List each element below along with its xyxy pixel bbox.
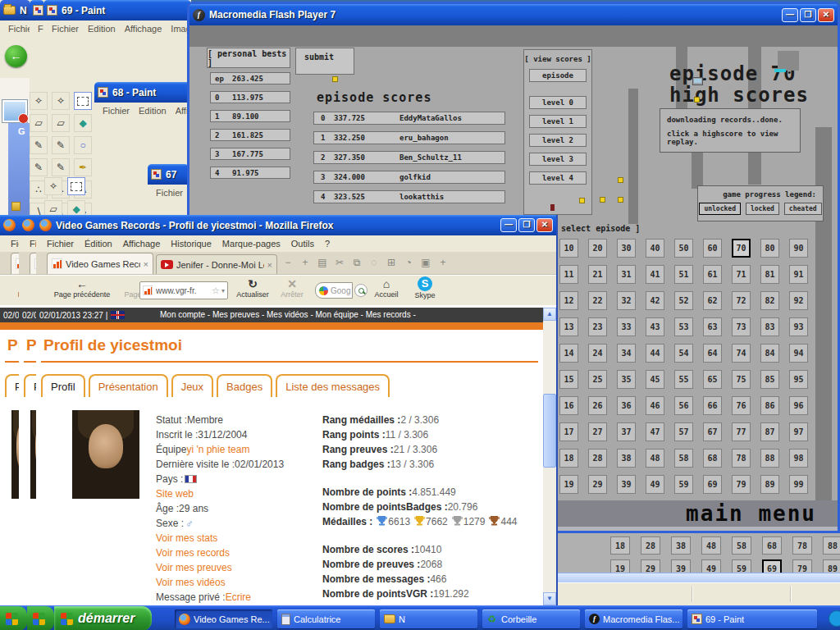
flash-titlebar[interactable]: Macromedia Flash Player 7 — ❐ ✕: [189, 4, 838, 25]
episode-cell-55[interactable]: 55: [674, 370, 693, 389]
toolbar-new-window-icon[interactable]: ⊞: [386, 257, 397, 268]
episode-cell-29[interactable]: 29: [588, 475, 607, 494]
episode-cell-36[interactable]: 36: [617, 396, 636, 415]
toolbar-zoom-out-icon[interactable]: −: [282, 257, 294, 268]
episode-cell-24[interactable]: 24: [588, 344, 607, 363]
toolbar-loading-icon[interactable]: ◌: [368, 257, 380, 268]
episode-cell-39[interactable]: 39: [671, 559, 691, 573]
episode-cell-12[interactable]: 12: [559, 291, 578, 310]
taskbar-button-n[interactable]: N: [380, 609, 477, 628]
episode-cell-79[interactable]: 79: [792, 559, 812, 573]
home-button[interactable]: ⌂Accueil: [368, 277, 405, 304]
episode-cell-11[interactable]: 11: [559, 265, 578, 284]
episode-cell-99[interactable]: 99: [789, 475, 808, 494]
profile-tab-badges[interactable]: Badges: [217, 374, 272, 397]
browser-tab-active[interactable]: Video Games Records - Profi...×: [47, 253, 153, 274]
episode-cell-49[interactable]: 49: [701, 559, 721, 573]
task-pane-icon[interactable]: [11, 202, 21, 211]
episode-cell-98[interactable]: 98: [789, 449, 808, 468]
episode-cell-69[interactable]: 69: [762, 559, 782, 573]
page-top-nav[interactable]: Mon compte - Mes preuves - Mes vidéos - …: [160, 308, 535, 322]
menu-item-affichage[interactable]: Affichage: [125, 21, 162, 37]
episode-cell-88[interactable]: 88: [760, 449, 779, 468]
episode-cell-37[interactable]: 37: [617, 422, 636, 441]
menu-outils[interactable]: Outils: [291, 235, 314, 252]
episode-cell-71[interactable]: 71: [732, 265, 751, 284]
episode-cell-47[interactable]: 47: [646, 422, 664, 441]
back-button[interactable]: ←Page précédente: [24, 277, 36, 304]
episode-cell-60[interactable]: 60: [703, 239, 722, 258]
start-button[interactable]: démarrer: [54, 606, 152, 630]
episode-cell-90[interactable]: 90: [789, 239, 808, 258]
scroll-down-button[interactable]: ▼: [543, 592, 556, 605]
episode-score-row[interactable]: 0337.725EddyMataGallos: [313, 112, 505, 125]
menu-?[interactable]: ?: [325, 235, 330, 252]
taskbar-button-corbeille[interactable]: Corbeille: [482, 609, 580, 628]
stop-button[interactable]: ✕Arrêter: [274, 277, 310, 304]
episode-cell-58[interactable]: 58: [732, 536, 751, 555]
toolbar-cut-icon[interactable]: ✂: [334, 257, 345, 268]
url-dropdown-icon[interactable]: ▾: [221, 287, 225, 294]
episode-cell-15[interactable]: 15: [559, 370, 578, 389]
browser-tab-active[interactable]: Video Games Records - Profi...×: [30, 253, 36, 274]
view-scores-button-level-1[interactable]: level 1: [529, 115, 587, 128]
menu-item-fichier[interactable]: Fichier: [156, 185, 183, 201]
episode-cell-81[interactable]: 81: [760, 265, 779, 284]
episode-score-row[interactable]: 1332.250eru_bahagon: [313, 131, 505, 144]
episode-cell-56[interactable]: 56: [674, 396, 693, 415]
episode-cell-83[interactable]: 83: [760, 317, 779, 336]
episode-cell-95[interactable]: 95: [789, 370, 808, 389]
episode-cell-27[interactable]: 27: [588, 422, 607, 441]
field-link[interactable]: Voir mes preuves: [156, 562, 232, 573]
scrollbar-thumb[interactable]: [543, 394, 556, 468]
episode-cell-63[interactable]: 63: [703, 317, 722, 336]
taskbar-button-video-games-re-[interactable]: Video Games Re...: [175, 609, 272, 628]
toolbar-paste-icon[interactable]: ▤: [317, 257, 328, 268]
menu-dition[interactable]: Édition: [84, 235, 112, 252]
episode-cell-10[interactable]: 10: [559, 239, 578, 258]
episode-cell-34[interactable]: 34: [617, 344, 636, 363]
field-link[interactable]: Ecrire: [226, 591, 251, 603]
episode-cell-45[interactable]: 45: [646, 370, 664, 389]
browser-tab-active[interactable]: Video Games Records - Profi...×: [11, 253, 19, 274]
episode-cell-72[interactable]: 72: [732, 291, 751, 310]
submit-button[interactable]: submit: [295, 48, 354, 75]
episode-cell-77[interactable]: 77: [732, 422, 751, 441]
episode-cell-48[interactable]: 48: [646, 449, 664, 468]
menu-fichier[interactable]: Fichier: [47, 235, 74, 252]
episode-cell-78[interactable]: 78: [732, 449, 751, 468]
episode-cell-58[interactable]: 58: [674, 449, 693, 468]
profile-tab-présentation[interactable]: Présentation: [89, 374, 168, 397]
episode-cell-35[interactable]: 35: [617, 370, 636, 389]
episode-cell-68[interactable]: 68: [762, 536, 782, 555]
episode-cell-50[interactable]: 50: [674, 239, 693, 258]
episode-cell-65[interactable]: 65: [703, 370, 722, 389]
toolbar-new-tab-icon[interactable]: +: [437, 257, 449, 268]
legend-button-locked[interactable]: locked: [746, 203, 779, 215]
n-titlebar[interactable]: N: [0, 0, 30, 21]
menu-item-edition[interactable]: Edition: [88, 21, 116, 37]
menu-historique[interactable]: Historique: [171, 235, 212, 252]
view-scores-button-level-3[interactable]: level 3: [529, 153, 587, 166]
episode-cell-66[interactable]: 66: [703, 396, 722, 415]
view-scores-button-episode[interactable]: episode: [529, 69, 587, 82]
episode-cell-80[interactable]: 80: [760, 239, 779, 258]
menu-item-fichier[interactable]: Fichier: [8, 21, 30, 37]
episode-cell-14[interactable]: 14: [559, 344, 578, 363]
episode-cell-38[interactable]: 38: [671, 536, 691, 555]
brush-tool[interactable]: ✒: [74, 158, 92, 176]
episode-cell-32[interactable]: 32: [617, 291, 636, 310]
start-button-partial[interactable]: [0, 606, 27, 630]
profile-tab-profil[interactable]: Profil: [24, 374, 36, 397]
menu-marquepages[interactable]: Marque-pages: [222, 235, 281, 252]
back-button[interactable]: ←Page précédente: [5, 277, 19, 304]
episode-cell-79[interactable]: 79: [732, 475, 751, 494]
episode-cell-67[interactable]: 67: [703, 422, 722, 441]
episode-cell-61[interactable]: 61: [703, 265, 722, 284]
episode-cell-23[interactable]: 23: [588, 317, 607, 336]
maximize-button[interactable]: ❐: [800, 8, 816, 22]
maximize-button[interactable]: ❐: [518, 218, 535, 232]
episode-cell-87[interactable]: 87: [760, 422, 779, 441]
episode-cell-42[interactable]: 42: [646, 291, 664, 310]
pencil-tool[interactable]: ✎: [30, 158, 48, 176]
